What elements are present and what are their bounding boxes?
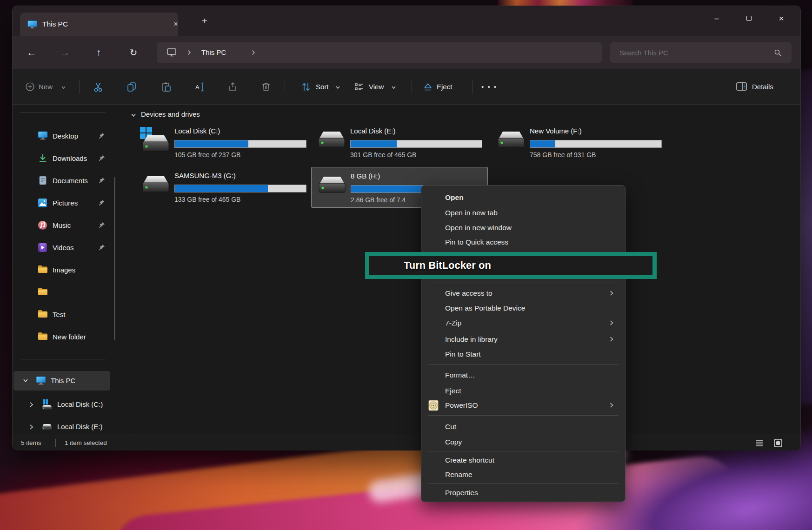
back-button[interactable]: ← bbox=[22, 43, 41, 62]
drive-c-icon bbox=[41, 399, 53, 410]
search-input[interactable] bbox=[619, 42, 767, 63]
menu-item-give-access[interactable]: Give access to bbox=[424, 286, 623, 301]
bitlocker-highlight-annotation: Turn BitLocker on bbox=[365, 252, 657, 279]
desktop-icon bbox=[38, 131, 48, 140]
refresh-button[interactable]: ↻ bbox=[124, 43, 143, 62]
more-options-button[interactable]: • • • bbox=[481, 80, 497, 93]
sidebar-item-local-disk-e[interactable]: Local Disk (E:) bbox=[14, 417, 109, 436]
large-icons-view-icon[interactable] bbox=[773, 438, 783, 448]
sidebar-item-downloads[interactable]: Downloads bbox=[14, 149, 109, 168]
sort-button[interactable]: Sort bbox=[316, 81, 329, 93]
menu-item-eject[interactable]: Eject bbox=[424, 384, 623, 398]
status-separator bbox=[129, 439, 129, 447]
details-pane-icon bbox=[736, 82, 747, 91]
menu-item-pin-to-start[interactable]: Pin to Start bbox=[424, 347, 623, 362]
sidebar-item-images[interactable]: Images bbox=[14, 261, 109, 279]
menu-item-properties[interactable]: Properties bbox=[424, 485, 623, 500]
status-separator bbox=[55, 439, 56, 447]
drive-tile-new-volume-f[interactable]: New Volume (F:) 758 GB free of 931 GB bbox=[491, 122, 664, 163]
up-button[interactable]: ↑ bbox=[89, 43, 108, 62]
chevron-down-icon bbox=[335, 86, 340, 89]
eject-button[interactable]: Eject bbox=[437, 81, 452, 93]
menu-item-7zip[interactable]: 7-Zip bbox=[424, 316, 623, 331]
menu-item-open-new-tab[interactable]: Open in new tab bbox=[424, 205, 623, 220]
menu-separator bbox=[428, 451, 619, 451]
menu-item-cut[interactable]: Cut bbox=[424, 419, 623, 434]
menu-separator bbox=[428, 415, 619, 416]
menu-item-rename[interactable]: Rename bbox=[424, 467, 623, 482]
copy-icon[interactable] bbox=[126, 82, 137, 92]
rename-icon[interactable]: A bbox=[194, 82, 206, 92]
drive-tile-local-disk-e[interactable]: Local Disk (E:) 301 GB free of 465 GB bbox=[311, 122, 484, 163]
sidebar-divider bbox=[20, 113, 106, 113]
status-bar: 5 items 1 item selected bbox=[13, 435, 800, 450]
tab-title: This PC bbox=[42, 13, 68, 36]
new-plus-icon[interactable] bbox=[26, 82, 34, 91]
menu-item-poweriso[interactable]: PowerISO bbox=[424, 398, 623, 413]
cut-icon[interactable] bbox=[93, 82, 103, 92]
new-button[interactable]: New bbox=[39, 81, 53, 93]
drive-icon bbox=[139, 125, 171, 152]
chevron-down-icon[interactable] bbox=[131, 113, 136, 117]
navigation-bar: ← → ↑ ↻ This PC bbox=[13, 36, 800, 69]
tab-this-pc[interactable]: This PC × bbox=[20, 13, 178, 36]
tab-close-icon[interactable]: × bbox=[170, 18, 182, 30]
sidebar-item-documents[interactable]: Documents bbox=[14, 172, 109, 190]
chevron-down-icon bbox=[61, 86, 66, 89]
chevron-down-icon bbox=[391, 86, 396, 89]
paste-icon[interactable] bbox=[161, 82, 172, 92]
this-pc-breadcrumb-icon bbox=[167, 48, 176, 57]
chevron-right-icon[interactable] bbox=[29, 402, 33, 408]
drive-icon bbox=[315, 125, 346, 152]
sidebar-item-new-folder[interactable]: New folder bbox=[14, 328, 109, 346]
sidebar-scrollbar[interactable] bbox=[114, 177, 115, 340]
breadcrumb-this-pc[interactable]: This PC bbox=[201, 42, 226, 63]
address-bar[interactable]: This PC bbox=[157, 42, 602, 63]
capacity-bar bbox=[174, 185, 306, 192]
minimize-button[interactable]: – bbox=[706, 11, 727, 26]
desktop-wallpaper: This PC × + – × ← → ↑ ↻ bbox=[0, 0, 812, 530]
toolbar-separator bbox=[285, 80, 285, 93]
menu-item-include-in-library[interactable]: Include in library bbox=[424, 332, 623, 347]
search-icon[interactable] bbox=[774, 49, 782, 57]
sidebar-item-folder[interactable] bbox=[14, 283, 109, 302]
drive-tile-samsung-m3-g[interactable]: SAMSUNG-M3 (G:) 133 GB free of 465 GB bbox=[135, 167, 308, 208]
sidebar-item-pictures[interactable]: Pictures bbox=[14, 194, 109, 212]
menu-item-open[interactable]: Open bbox=[424, 190, 623, 205]
sidebar-item-videos[interactable]: Videos bbox=[14, 238, 109, 257]
chevron-right-icon[interactable] bbox=[252, 50, 255, 55]
maximize-button[interactable] bbox=[738, 11, 759, 26]
view-button[interactable]: View bbox=[369, 81, 384, 93]
sidebar-item-desktop[interactable]: Desktop bbox=[14, 127, 109, 146]
menu-item-format[interactable]: Format… bbox=[424, 368, 623, 383]
menu-item-pin-quick-access[interactable]: Pin to Quick access bbox=[424, 235, 623, 250]
chevron-right-icon[interactable] bbox=[29, 424, 33, 430]
menu-item-turn-bitlocker-on[interactable]: Turn BitLocker on bbox=[404, 256, 491, 275]
folder-icon bbox=[38, 310, 48, 318]
sidebar-item-this-pc[interactable]: This PC bbox=[13, 371, 110, 391]
eject-icon bbox=[423, 82, 433, 92]
drive-tile-local-disk-c[interactable]: Local Disk (C:) 105 GB free of 237 GB bbox=[135, 122, 308, 163]
sidebar-item-test[interactable]: Test bbox=[14, 305, 109, 324]
item-count: 5 items bbox=[21, 435, 41, 451]
details-button[interactable]: Details bbox=[752, 81, 773, 93]
search-box[interactable] bbox=[610, 42, 792, 63]
sidebar-item-music[interactable]: Music bbox=[14, 216, 109, 235]
group-header[interactable]: Devices and drives bbox=[141, 110, 200, 118]
menu-item-open-new-window[interactable]: Open in new window bbox=[424, 220, 623, 235]
monitor-icon bbox=[27, 20, 37, 28]
chevron-down-icon[interactable] bbox=[23, 378, 28, 383]
menu-item-copy[interactable]: Copy bbox=[424, 435, 623, 450]
close-button[interactable]: × bbox=[771, 11, 792, 26]
new-tab-button[interactable]: + bbox=[198, 14, 212, 28]
delete-icon[interactable] bbox=[261, 82, 271, 92]
sidebar-item-local-disk-c[interactable]: Local Disk (C:) bbox=[14, 395, 109, 414]
toolbar-separator bbox=[79, 80, 80, 93]
menu-item-open-portable-device[interactable]: Open as Portable Device bbox=[424, 301, 623, 316]
forward-button[interactable]: → bbox=[56, 43, 74, 62]
drive-icon bbox=[315, 170, 347, 197]
details-view-icon[interactable] bbox=[755, 439, 764, 447]
share-icon[interactable] bbox=[228, 82, 238, 92]
pin-icon bbox=[98, 199, 105, 206]
menu-item-create-shortcut[interactable]: Create shortcut bbox=[424, 453, 623, 468]
